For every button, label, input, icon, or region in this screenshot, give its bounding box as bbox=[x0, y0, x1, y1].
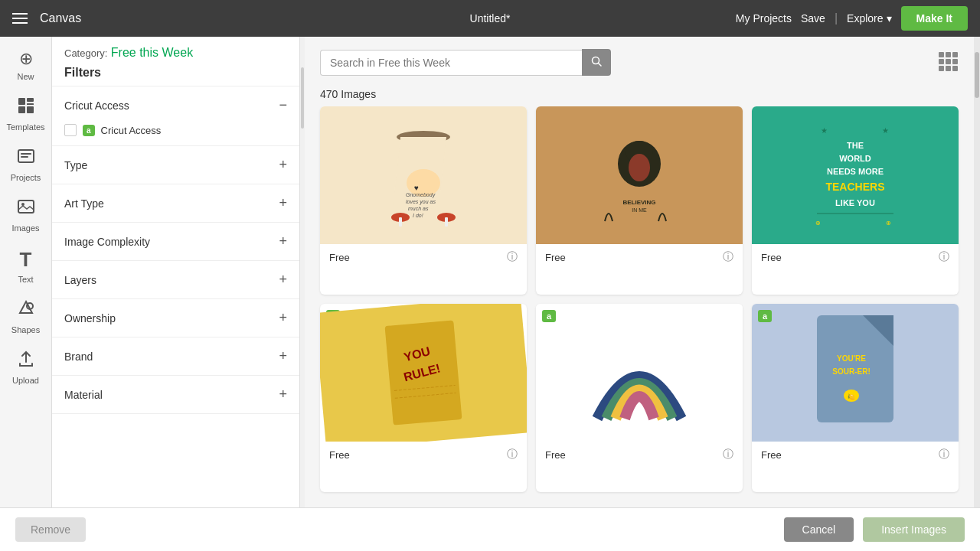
sidebar-item-templates[interactable]: Templates bbox=[3, 90, 49, 138]
expand-type-button[interactable]: + bbox=[279, 157, 287, 173]
sidebar-item-projects[interactable]: Projects bbox=[3, 141, 49, 188]
svg-text:NEEDS MORE: NEEDS MORE bbox=[827, 167, 884, 176]
svg-text:THE: THE bbox=[847, 141, 864, 150]
filter-header: Category: Free this Week Filters bbox=[52, 37, 299, 86]
filter-scroll[interactable]: Cricut Access − a Cricut Access Typ bbox=[52, 86, 299, 507]
filter-section-type-header[interactable]: Type + bbox=[52, 146, 299, 184]
sourer-illustration: YOU'RE SOUR-ER! 🍋 bbox=[809, 311, 901, 434]
image-grid: ♥ Gnomebody loves you as much as I do! F… bbox=[305, 106, 974, 507]
svg-point-35 bbox=[629, 154, 650, 181]
image-card-4[interactable]: a YOU RULE! Free bbox=[320, 304, 527, 492]
svg-rect-7 bbox=[21, 156, 28, 158]
make-it-button[interactable]: Make It bbox=[901, 6, 968, 31]
free-label-6: Free bbox=[761, 449, 782, 461]
insert-images-button[interactable]: Insert Images bbox=[863, 517, 965, 542]
icon-sidebar: ⊕ New Templates bbox=[0, 37, 52, 507]
expand-image-complexity-button[interactable]: + bbox=[279, 233, 287, 249]
search-button[interactable] bbox=[582, 49, 611, 76]
search-input[interactable] bbox=[320, 50, 582, 76]
image-card-6-img: YOU'RE SOUR-ER! 🍋 bbox=[752, 304, 959, 442]
image-card-2[interactable]: BELIEVING IN ME Free ⓘ bbox=[536, 106, 743, 295]
info-icon-2[interactable]: ⓘ bbox=[723, 250, 733, 264]
my-projects-link[interactable]: My Projects bbox=[736, 12, 792, 24]
filter-section-ownership: Ownership + bbox=[52, 299, 299, 337]
image-card-5[interactable]: a Free ⓘ bbox=[536, 304, 743, 492]
image-card-5-footer: Free ⓘ bbox=[536, 442, 743, 468]
you-rule-illustration: YOU RULE! bbox=[381, 316, 466, 429]
info-icon-4[interactable]: ⓘ bbox=[507, 448, 518, 461]
expand-art-type-button[interactable]: + bbox=[279, 195, 287, 211]
svg-rect-0 bbox=[18, 98, 25, 105]
cancel-button[interactable]: Cancel bbox=[784, 517, 854, 542]
info-icon-6[interactable]: ⓘ bbox=[939, 448, 949, 461]
expand-brand-button[interactable]: + bbox=[279, 348, 287, 364]
expand-ownership-button[interactable]: + bbox=[279, 310, 287, 326]
sidebar-item-images[interactable]: Images bbox=[3, 191, 49, 239]
access-badge: a bbox=[83, 125, 95, 136]
explore-button[interactable]: Explore ▾ bbox=[847, 12, 891, 24]
sidebar-item-new[interactable]: ⊕ New bbox=[3, 43, 49, 87]
svg-rect-18 bbox=[952, 59, 958, 64]
svg-text:LIKE YOU: LIKE YOU bbox=[835, 198, 875, 207]
image-card-1-img: ♥ Gnomebody loves you as much as I do! bbox=[320, 106, 527, 244]
filter-section-layers-header[interactable]: Layers + bbox=[52, 261, 299, 298]
filter-section-ownership-header[interactable]: Ownership + bbox=[52, 299, 299, 337]
grid-toggle-button[interactable] bbox=[937, 51, 959, 75]
info-icon-1[interactable]: ⓘ bbox=[507, 250, 518, 264]
expand-material-button[interactable]: + bbox=[279, 386, 287, 403]
rainbow-illustration bbox=[582, 311, 697, 434]
filter-section-cricut-access-header[interactable]: Cricut Access − bbox=[52, 86, 299, 124]
shapes-icon bbox=[17, 299, 35, 322]
image-card-1[interactable]: ♥ Gnomebody loves you as much as I do! F… bbox=[320, 106, 527, 295]
doc-title: Untitled* bbox=[470, 12, 511, 24]
filter-section-art-type-header[interactable]: Art Type + bbox=[52, 184, 299, 222]
svg-text:much as: much as bbox=[408, 206, 429, 211]
image-card-2-img: BELIEVING IN ME bbox=[536, 106, 743, 244]
filter-scrollbar[interactable] bbox=[300, 37, 305, 507]
svg-rect-1 bbox=[27, 98, 34, 102]
hamburger-icon[interactable] bbox=[12, 13, 28, 24]
info-icon-3[interactable]: ⓘ bbox=[939, 250, 949, 264]
sidebar-item-upload[interactable]: Upload bbox=[3, 344, 49, 391]
content-scrollbar[interactable] bbox=[974, 37, 980, 507]
info-icon-5[interactable]: ⓘ bbox=[723, 448, 733, 461]
image-card-6-footer: Free ⓘ bbox=[752, 442, 959, 468]
image-card-6[interactable]: a YOU'RE SOUR-ER! 🍋 bbox=[752, 304, 959, 492]
top-nav: Canvas Untitled* My Projects Save | Expl… bbox=[0, 0, 980, 37]
svg-text:I do!: I do! bbox=[413, 213, 423, 218]
svg-text:WORLD: WORLD bbox=[839, 154, 871, 163]
free-label-3: Free bbox=[761, 252, 782, 263]
bottom-bar: Remove Cancel Insert Images bbox=[0, 507, 980, 551]
chevron-down-icon: ▾ bbox=[887, 12, 892, 24]
filter-section-layers: Layers + bbox=[52, 261, 299, 299]
believing-illustration: BELIEVING IN ME bbox=[593, 114, 685, 236]
image-card-2-footer: Free ⓘ bbox=[536, 244, 743, 270]
cricut-access-label: Cricut Access bbox=[101, 125, 162, 136]
save-link[interactable]: Save bbox=[801, 12, 825, 24]
free-label-1: Free bbox=[329, 252, 350, 263]
app-title: Canvas bbox=[40, 11, 81, 25]
svg-rect-16 bbox=[939, 59, 944, 64]
cricut-access-checkbox[interactable] bbox=[64, 124, 77, 136]
remove-button[interactable]: Remove bbox=[15, 517, 86, 542]
sidebar-item-shapes[interactable]: Shapes bbox=[3, 293, 49, 341]
filter-section-image-complexity-header[interactable]: Image Complexity + bbox=[52, 223, 299, 260]
collapse-cricut-access-button[interactable]: − bbox=[279, 97, 287, 113]
svg-rect-6 bbox=[21, 153, 31, 155]
filter-scrollbar-thumb bbox=[301, 67, 304, 129]
nav-right: My Projects Save | Explore ▾ Make It bbox=[736, 6, 968, 31]
svg-text:⊕: ⊕ bbox=[815, 220, 821, 227]
free-label-4: Free bbox=[329, 449, 350, 461]
text-icon: T bbox=[20, 248, 32, 272]
filter-section-material-header[interactable]: Material + bbox=[52, 376, 299, 413]
sidebar-item-text[interactable]: T Text bbox=[3, 242, 49, 290]
svg-text:IN ME: IN ME bbox=[632, 207, 647, 213]
content-scrollbar-thumb bbox=[975, 52, 979, 98]
bottom-right-actions: Cancel Insert Images bbox=[784, 517, 965, 542]
filter-section-type: Type + bbox=[52, 146, 299, 184]
expand-layers-button[interactable]: + bbox=[279, 272, 287, 288]
free-label-2: Free bbox=[545, 252, 566, 263]
filter-section-brand-header[interactable]: Brand + bbox=[52, 337, 299, 375]
image-card-3[interactable]: ★ ★ ⊕ ⊕ THE WORLD NEEDS MORE TEACHERS LI… bbox=[752, 106, 959, 295]
svg-text:🍋: 🍋 bbox=[848, 393, 855, 400]
